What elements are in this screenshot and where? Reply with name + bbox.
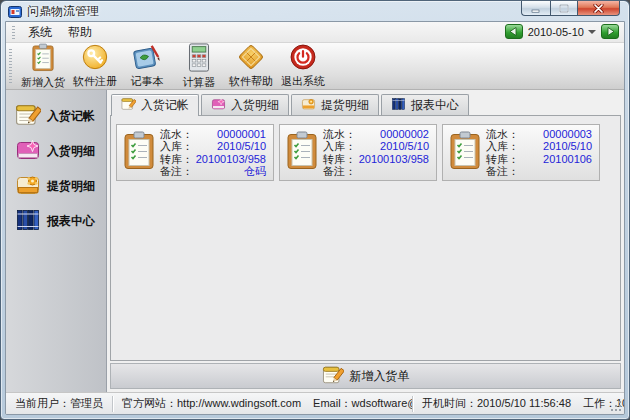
tab-report-center[interactable]: 报表中心 [381, 94, 469, 115]
toolbar-button-label: 软件帮助 [229, 74, 273, 89]
date-navigator: 2010-05-10 [505, 24, 619, 39]
tab-label: 报表中心 [411, 97, 459, 114]
close-button[interactable] [578, 1, 620, 16]
tab-pickup-detail[interactable]: 提货明细 [291, 94, 379, 115]
current-user-text: 当前用户：管理员 [15, 396, 103, 411]
date-value: 2010-05-10 [528, 26, 584, 38]
work-area: 入货记帐 入货明细 提货明细 [6, 90, 624, 392]
report-books-icon [391, 97, 406, 114]
card-field-label: 流水： [160, 128, 193, 141]
toolbar-exit-button[interactable]: 退出系统 [277, 44, 329, 88]
power-icon [289, 43, 317, 73]
clipboard-icon [285, 129, 319, 176]
notepad-pencil-icon [15, 103, 41, 130]
sidebar: 入货记帐 入货明细 提货明细 [6, 90, 107, 392]
inbound-record-card[interactable]: 流水：00000003 入库：2010/5/10 转库：20100106 备注： [442, 124, 600, 181]
boot-time-text: 开机时间：2010/5/10 11:56:48 [422, 396, 571, 411]
sidebar-item-label: 入货记帐 [47, 108, 95, 125]
sidebar-item-pickup-detail[interactable]: 提货明细 [6, 170, 106, 202]
minimize-button[interactable] [521, 1, 550, 16]
toolbar-calculator-button[interactable]: 计算器 [173, 44, 225, 88]
card-field-value: 20100106 [519, 153, 592, 166]
notebook-icon [132, 43, 162, 73]
sidebar-item-label: 报表中心 [47, 213, 95, 230]
new-inbound-order-button[interactable]: 新增入货单 [314, 364, 418, 389]
card-field-label: 入库： [160, 140, 193, 153]
tab-label: 入货明细 [231, 97, 279, 114]
card-field-value: 20100103/958 [193, 153, 266, 166]
tab-inbound-ledger[interactable]: 入货记帐 [111, 94, 199, 116]
orange-book-icon [15, 173, 41, 200]
card-field-label: 备注： [486, 165, 519, 178]
sidebar-item-label: 入货明细 [47, 143, 95, 160]
date-prev-button[interactable] [505, 24, 523, 39]
sidebar-item-report-center[interactable]: 报表中心 [6, 205, 106, 237]
toolbar-grip[interactable] [9, 49, 12, 83]
pink-book-icon [211, 97, 226, 114]
calculator-icon [186, 43, 212, 74]
card-field-value: 2010/5/10 [356, 140, 429, 153]
date-next-button[interactable] [601, 24, 619, 39]
menu-system[interactable]: 系统 [20, 22, 60, 43]
tab-label: 提货明细 [321, 97, 369, 114]
app-icon [8, 5, 22, 19]
toolbar-new-inbound-button[interactable]: 新增入货 [17, 44, 69, 88]
notepad-pencil-icon [121, 97, 136, 114]
work-time-text: 工作：10时6分36秒 [583, 396, 624, 411]
sidebar-item-inbound-ledger[interactable]: 入货记帐 [6, 100, 106, 132]
card-field-label: 入库： [486, 140, 519, 153]
new-inbound-order-label: 新增入货单 [350, 368, 410, 385]
bottom-action-bar: 新增入货单 [110, 363, 621, 389]
clipboard-icon [30, 43, 56, 74]
card-field-label: 入库： [323, 140, 356, 153]
toolbar-button-label: 退出系统 [281, 74, 325, 89]
toolbar-notepad-button[interactable]: 记事本 [121, 44, 173, 88]
card-field-value: 2010/5/10 [193, 140, 266, 153]
toolbar-button-label: 计算器 [183, 75, 216, 90]
sidebar-item-inbound-detail[interactable]: 入货明细 [6, 135, 106, 167]
toolbar-button-label: 软件注册 [73, 74, 117, 89]
email-text: Email：wdsoftware@126.com [313, 396, 413, 411]
card-field-value [519, 165, 592, 178]
tab-inbound-detail[interactable]: 入货明细 [201, 94, 289, 115]
tab-bar: 入货记帐 入货明细 提货明细 [110, 94, 621, 116]
pink-book-icon [15, 138, 41, 165]
resize-grip[interactable] [619, 409, 621, 411]
website-text: 官方网站：http://www.wdingsoft.com [122, 396, 301, 411]
inbound-record-card[interactable]: 流水：00000001 入库：2010/5/10 转库：20100103/958… [116, 124, 274, 181]
card-field-label: 备注： [160, 165, 193, 178]
tab-label: 入货记帐 [141, 97, 189, 114]
menubar-grip[interactable] [12, 26, 15, 39]
status-bar: 当前用户：管理员 官方网站：http://www.wdingsoft.com E… [6, 392, 624, 414]
card-field-value: 2010/5/10 [519, 140, 592, 153]
window-title: 问鼎物流管理 [27, 3, 99, 20]
main-panel: 入货记帐 入货明细 提货明细 [107, 90, 624, 392]
toolbar-button-label: 记事本 [131, 74, 164, 89]
card-fields: 流水：00000002 入库：2010/5/10 转库：20100103/958… [323, 128, 429, 178]
card-field-value [356, 165, 429, 178]
card-fields: 流水：00000001 入库：2010/5/10 转库：20100103/958… [160, 128, 266, 178]
maximize-button[interactable] [550, 1, 578, 16]
status-current-user: 当前用户：管理员 [6, 396, 113, 412]
record-list: 流水：00000001 入库：2010/5/10 转库：20100103/958… [110, 115, 621, 361]
card-field-value: 00000003 [519, 128, 592, 141]
menu-help[interactable]: 帮助 [60, 22, 100, 43]
date-dropdown[interactable]: 2010-05-10 [528, 26, 596, 38]
inbound-record-card[interactable]: 流水：00000002 入库：2010/5/10 转库：20100103/958… [279, 124, 437, 181]
key-icon [81, 43, 109, 73]
orange-book-icon [301, 97, 316, 114]
card-field-label: 流水： [323, 128, 356, 141]
toolbar-help-button[interactable]: 软件帮助 [225, 44, 277, 88]
title-bar[interactable]: 问鼎物流管理 [1, 1, 629, 20]
toolbar-register-button[interactable]: 软件注册 [69, 44, 121, 88]
window-controls [521, 1, 620, 16]
card-field-label: 流水： [486, 128, 519, 141]
chevron-down-icon [588, 30, 596, 34]
app-window: 问鼎物流管理 系统 帮助 2010-05-10 [0, 0, 630, 420]
clipboard-icon [448, 129, 482, 176]
report-books-icon [15, 208, 41, 235]
card-fields: 流水：00000003 入库：2010/5/10 转库：20100106 备注： [486, 128, 592, 178]
card-field-value: 00000001 [193, 128, 266, 141]
card-field-value: 00000002 [356, 128, 429, 141]
card-field-label: 转库： [160, 153, 193, 166]
